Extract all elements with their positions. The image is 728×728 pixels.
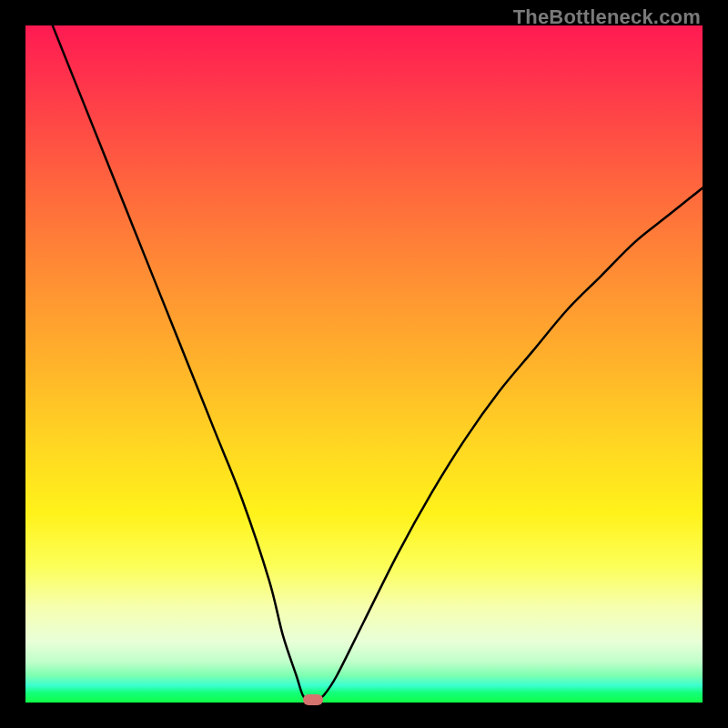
chart-frame: TheBottleneck.com <box>0 0 728 728</box>
minimum-marker <box>303 694 323 705</box>
plot-area <box>25 25 703 703</box>
bottleneck-curve <box>25 25 703 703</box>
